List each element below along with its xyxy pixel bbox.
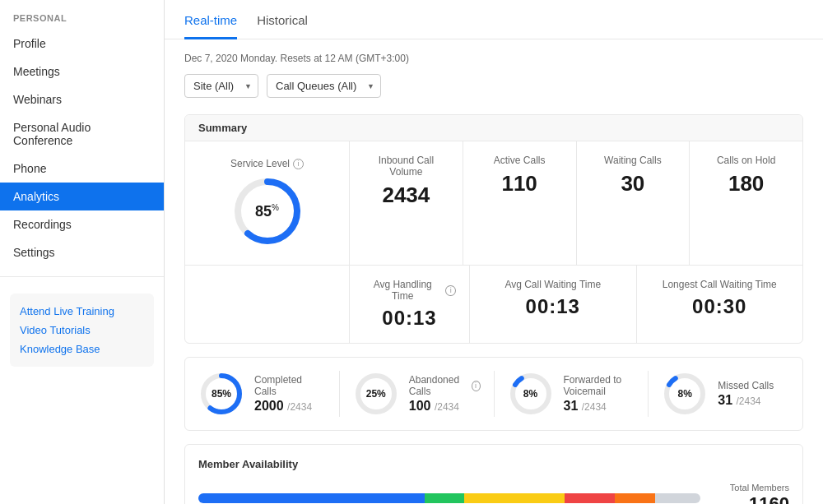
sidebar-resources: Attend Live Training Video Tutorials Kno… [10,294,154,367]
service-level-donut: 85% [230,174,305,248]
completed-calls-value: 2000 /2434 [254,399,326,414]
call-queues-filter[interactable]: Call Queues (All) Queue 1 Queue 2 [267,74,381,98]
main-content: Real-time Historical Dec 7, 2020 Monday.… [165,0,823,504]
abandoned-calls-label: Abandoned Calls i [409,374,481,397]
time-stat-placeholder [185,266,350,343]
abandoned-calls-item: 25% Abandoned Calls i 100 /2434 [340,371,495,417]
completed-calls-label: Completed Calls [254,374,326,397]
service-level-cell: Service Level i 85% [185,141,350,265]
avg-handling-time-cell: Avg Handling Time i 00:13 [350,266,470,343]
abandoned-calls-info: Abandoned Calls i 100 /2434 [409,374,481,414]
content-area: Dec 7, 2020 Monday. Resets at 12 AM (GMT… [165,39,823,504]
sidebar-item-webinars[interactable]: Webinars [0,86,164,113]
service-level-label: Service Level i [230,158,304,169]
site-filter-wrapper[interactable]: Site (All) Site A Site B [184,74,258,98]
call-categories-row: 85% Completed Calls 2000 /2434 [184,357,803,431]
avg-handling-time-info-icon[interactable]: i [445,285,456,296]
site-filter[interactable]: Site (All) Site A Site B [184,74,258,98]
active-calls-label: Active Calls [477,155,563,166]
bar-wrap-up [464,493,565,503]
completed-calls-item: 85% Completed Calls 2000 /2434 [198,371,340,417]
sidebar-item-label: Recordings [13,218,72,231]
abandoned-calls-donut: 25% [353,371,399,417]
forwarded-voicemail-donut: 8% [508,371,554,417]
total-members-label: Total Members [707,482,789,493]
waiting-calls-cell: Waiting Calls 30 [577,141,690,265]
waiting-calls-label: Waiting Calls [590,155,677,166]
sidebar-divider [0,276,164,277]
summary-header: Summary [185,115,802,141]
avg-handling-time-value: 00:13 [363,307,456,330]
longest-call-waiting-time-label: Longest Call Waiting Time [650,279,790,290]
completed-calls-info: Completed Calls 2000 /2434 [254,374,326,414]
missed-calls-percent: 8% [678,388,692,400]
avg-call-waiting-time-label: Avg Call Waiting Time [483,279,623,290]
sidebar-item-profile[interactable]: Profile [0,30,164,58]
attend-live-training-link[interactable]: Attend Live Training [20,302,144,321]
forwarded-voicemail-value: 31 /2434 [564,399,635,414]
missed-calls-value: 31 /2434 [718,393,774,408]
active-calls-value: 110 [477,171,563,197]
total-members-value: 1160 [707,493,789,504]
sidebar-item-phone[interactable]: Phone [0,155,164,183]
member-availability-title: Member Availability [198,458,789,470]
sidebar: PERSONAL Profile Meetings Webinars Perso… [0,0,165,504]
sidebar-item-label: Settings [13,246,55,259]
sidebar-item-label: Profile [13,37,46,50]
avg-call-waiting-time-cell: Avg Call Waiting Time 00:13 [470,266,637,343]
summary-container: Summary Service Level i 85% [184,114,803,344]
forwarded-voicemail-info: Forwarded to Voicemail 31 /2434 [564,374,635,414]
sidebar-item-settings[interactable]: Settings [0,238,164,266]
forwarded-voicemail-percent: 8% [523,388,537,400]
video-tutorials-link[interactable]: Video Tutorials [20,321,144,340]
service-level-info-icon[interactable]: i [293,159,304,169]
completed-calls-donut: 85% [198,371,244,417]
calls-on-hold-label: Calls on Hold [703,155,789,166]
sidebar-item-label: Phone [13,162,46,175]
total-members-block: Total Members 1160 [707,482,789,504]
completed-calls-percent: 85% [212,388,231,400]
longest-call-waiting-time-value: 00:30 [650,295,790,318]
bar-others [615,493,655,503]
service-level-value: 85% [255,203,279,220]
longest-call-waiting-time-cell: Longest Call Waiting Time 00:30 [637,266,803,343]
availability-bar [198,493,700,503]
member-availability-container: Member Availability Total Members 1160 [184,444,803,504]
sidebar-section-label: PERSONAL [0,13,164,30]
call-queues-filter-wrapper[interactable]: Call Queues (All) Queue 1 Queue 2 [267,74,381,98]
summary-row-2: Avg Handling Time i 00:13 Avg Call Waiti… [185,266,802,343]
tab-real-time[interactable]: Real-time [184,0,237,39]
knowledge-base-link[interactable]: Knowledge Base [20,340,144,358]
bar-active-call [198,493,425,503]
sidebar-item-label: Analytics [13,190,59,203]
inbound-call-volume-cell: Inbound Call Volume 2434 [350,141,463,265]
date-info: Dec 7, 2020 Monday. Resets at 12 AM (GMT… [184,53,803,64]
sidebar-item-personal-audio[interactable]: Personal Audio Conference [0,113,164,155]
forwarded-voicemail-item: 8% Forwarded to Voicemail 31 /2434 [495,371,649,417]
sidebar-item-label: Webinars [13,93,62,106]
inbound-call-volume-value: 2434 [363,183,449,208]
calls-on-hold-cell: Calls on Hold 180 [690,141,802,265]
sidebar-item-label: Personal Audio Conference [13,121,151,147]
abandoned-calls-value: 100 /2434 [409,399,481,414]
sidebar-item-recordings[interactable]: Recordings [0,210,164,238]
missed-calls-donut: 8% [662,371,708,417]
bar-opt-out [655,493,700,503]
filters: Site (All) Site A Site B Call Queues (Al… [184,74,803,98]
avg-handling-time-label: Avg Handling Time i [363,279,456,302]
missed-calls-item: 8% Missed Calls 31 /2434 [649,371,789,417]
waiting-calls-value: 30 [590,171,677,197]
tab-historical[interactable]: Historical [257,0,308,39]
abandoned-calls-info-icon[interactable]: i [472,381,481,391]
forwarded-voicemail-label: Forwarded to Voicemail [564,374,635,397]
bar-do-not-disturb [565,493,615,503]
inbound-call-volume-label: Inbound Call Volume [363,155,449,178]
avg-call-waiting-time-value: 00:13 [483,295,623,318]
missed-calls-label: Missed Calls [718,380,774,391]
tab-bar: Real-time Historical [165,0,823,39]
abandoned-calls-percent: 25% [366,388,386,400]
sidebar-item-analytics[interactable]: Analytics [0,183,164,210]
sidebar-item-meetings[interactable]: Meetings [0,58,164,86]
active-calls-cell: Active Calls 110 [463,141,577,265]
calls-on-hold-value: 180 [703,171,789,197]
